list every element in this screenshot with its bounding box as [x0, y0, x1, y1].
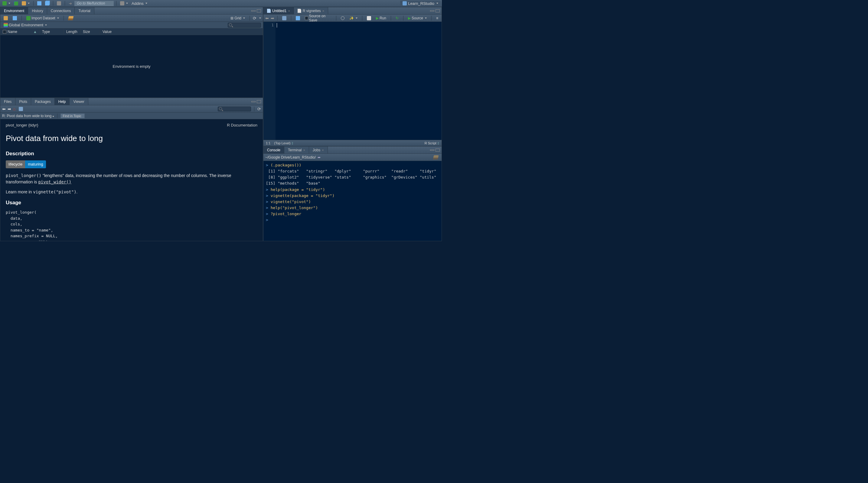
maximize-icon[interactable]: [257, 9, 261, 12]
main-toolbar: ➜ Addins Learn_RStudio: [0, 0, 442, 7]
new-file-button[interactable]: [1, 1, 11, 6]
source-tab-untitled1[interactable]: Untitled1 ×: [264, 7, 294, 14]
tab-environment[interactable]: Environment: [0, 7, 28, 14]
console-output[interactable]: > (.packages()) [1] "forcats" "stringr" …: [264, 161, 441, 241]
source-editor[interactable]: 1: [264, 22, 441, 140]
environment-pane: Environment History Connections Tutorial…: [0, 7, 263, 98]
close-icon[interactable]: ×: [303, 148, 305, 152]
scope-indicator[interactable]: (Top Level) ‡: [274, 141, 293, 145]
minimize-icon[interactable]: [430, 150, 434, 151]
tab-history[interactable]: History: [28, 7, 47, 14]
help-title: Pivot data from wide to long: [6, 132, 257, 144]
pivot-wider-link[interactable]: pivot_wider(): [38, 179, 71, 184]
save-all-button[interactable]: [44, 1, 51, 6]
goto-input[interactable]: [74, 1, 114, 6]
refresh-icon[interactable]: ⟳: [257, 107, 261, 111]
load-workspace-button[interactable]: [2, 16, 9, 21]
minimize-icon[interactable]: [251, 10, 255, 11]
env-empty-message: Environment is empty: [0, 35, 263, 97]
tab-tutorial[interactable]: Tutorial: [75, 7, 94, 14]
help-func-label: pivot_longer {tidyr}: [6, 122, 38, 128]
compile-report-button[interactable]: [365, 16, 373, 21]
file-type[interactable]: R Script ‡: [425, 141, 439, 145]
help-pane: Files Plots Packages Help Viewer ⬅ ➡ ⌂: [0, 98, 263, 241]
project-label: Learn_RStudio: [408, 1, 434, 6]
search-icon: [229, 23, 232, 26]
minimize-icon[interactable]: [251, 101, 255, 102]
source-pane: Untitled1 × R vignettes × ⬅ ➡ Source on …: [263, 7, 442, 146]
select-all-checkbox[interactable]: [3, 30, 6, 34]
tab-connections[interactable]: Connections: [47, 7, 75, 14]
outline-icon[interactable]: ≡: [435, 16, 440, 21]
minimize-icon[interactable]: [430, 10, 434, 11]
home-icon[interactable]: ⌂: [13, 107, 16, 111]
tab-packages[interactable]: Packages: [31, 98, 55, 105]
save-workspace-button[interactable]: [11, 16, 19, 21]
usage-block: pivot_longer( data, cols, names_to = "na…: [6, 209, 257, 241]
save-button[interactable]: [36, 1, 43, 6]
description-paragraph: pivot_longer() "lengthens" data, increas…: [6, 173, 257, 185]
source-button[interactable]: ▶Source: [406, 16, 428, 21]
tab-terminal[interactable]: Terminal×: [284, 147, 309, 153]
maximize-icon[interactable]: [435, 149, 440, 152]
env-columns-header: Name▲ Type Length Size Value: [0, 28, 263, 35]
print-button[interactable]: [56, 1, 62, 6]
maximize-icon[interactable]: [257, 100, 261, 103]
rerun-button[interactable]: ↻: [394, 16, 400, 21]
panes-button[interactable]: [119, 1, 129, 6]
goto-arrow-icon: ➜: [67, 1, 73, 6]
tab-files[interactable]: Files: [0, 98, 16, 105]
find-icon[interactable]: [339, 16, 346, 20]
gutter: 1: [264, 22, 276, 140]
usage-heading: Usage: [6, 199, 257, 207]
open-file-button[interactable]: [21, 1, 31, 6]
show-in-new-window-button[interactable]: [281, 16, 288, 21]
tab-plots[interactable]: Plots: [16, 98, 31, 105]
find-in-topic-input[interactable]: [61, 114, 85, 118]
addins-button[interactable]: Addins: [130, 1, 149, 6]
console-pane: Console Terminal× Jobs× ~/Google Drive/L…: [263, 146, 442, 241]
close-icon[interactable]: ×: [322, 9, 324, 13]
wand-icon[interactable]: ✨: [348, 16, 359, 21]
new-project-button[interactable]: [13, 1, 19, 6]
help-doc-label: R Documentation: [227, 122, 257, 128]
help-back-icon[interactable]: ⬅: [2, 107, 6, 111]
help-content[interactable]: pivot_longer {tidyr} R Documentation Piv…: [0, 119, 263, 241]
cursor-pos[interactable]: 1:1: [266, 141, 270, 145]
lifecycle-badge-left: lifecycle: [6, 160, 25, 168]
back-icon[interactable]: ⬅: [265, 16, 269, 21]
rdoc-icon: [267, 9, 271, 13]
run-button[interactable]: ▶Run: [374, 16, 388, 21]
save-source-button[interactable]: [294, 16, 302, 21]
search-icon: [219, 107, 222, 110]
project-menu[interactable]: Learn_RStudio: [400, 1, 441, 6]
help-breadcrumb[interactable]: R: Pivot data from wide to long: [2, 114, 54, 118]
source-tab-vignettes[interactable]: R vignettes ×: [294, 7, 328, 14]
forward-icon[interactable]: ➡: [271, 16, 274, 21]
lifecycle-badge-right: maturing: [25, 160, 46, 168]
tab-console[interactable]: Console: [264, 147, 284, 153]
source-statusbar: 1:1 (Top Level) ‡ R Script ‡: [264, 140, 441, 146]
clear-workspace-button[interactable]: [67, 16, 75, 21]
help-popout-button[interactable]: [17, 107, 25, 111]
tab-viewer[interactable]: Viewer: [69, 98, 88, 105]
view-mode-button[interactable]: ⊞ Grid: [229, 16, 247, 21]
refresh-icon[interactable]: ⟳: [253, 16, 256, 21]
tab-help[interactable]: Help: [55, 98, 70, 105]
close-icon[interactable]: ×: [288, 9, 290, 13]
doc-icon: [298, 9, 301, 13]
scope-selector[interactable]: Global Environment: [2, 22, 49, 28]
source-on-save-checkbox[interactable]: Source on Save: [303, 13, 333, 23]
maximize-icon[interactable]: [435, 9, 440, 12]
tab-jobs[interactable]: Jobs×: [309, 147, 328, 153]
close-icon[interactable]: ×: [322, 148, 323, 152]
help-forward-icon[interactable]: ➡: [7, 107, 11, 111]
console-cwd: ~/Google Drive/Learn_RStudio/: [265, 155, 316, 159]
cwd-arrow-icon[interactable]: ➦: [317, 155, 320, 159]
project-icon: [403, 1, 407, 5]
import-dataset-button[interactable]: Import Dataset: [25, 16, 61, 21]
description-heading: Description: [6, 150, 257, 158]
learn-more-paragraph: Learn more in vignette("pivot").: [6, 189, 257, 195]
clear-console-button[interactable]: [432, 155, 440, 160]
